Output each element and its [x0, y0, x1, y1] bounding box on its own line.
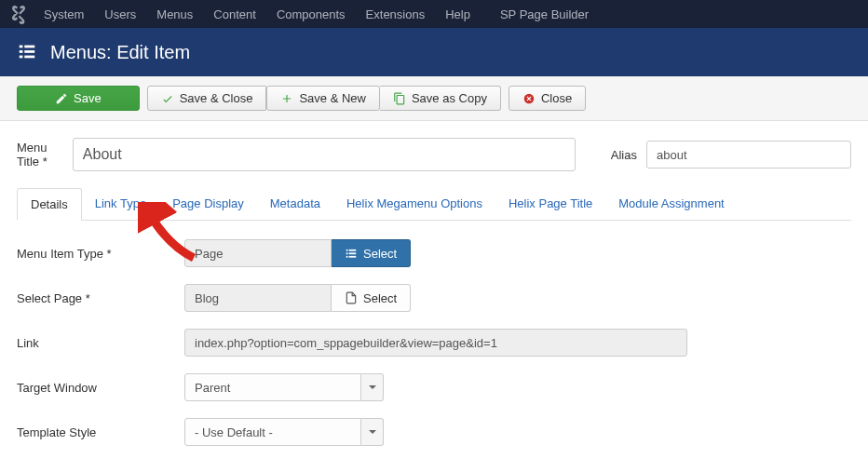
menu-item-type-select-button[interactable]: Select [332, 239, 411, 267]
template-style-label: Template Style [17, 425, 184, 439]
alias-label: Alias [611, 148, 637, 162]
svg-rect-5 [24, 55, 34, 58]
svg-rect-11 [346, 256, 348, 258]
target-window-label: Target Window [17, 381, 184, 395]
close-button[interactable]: Close [509, 86, 586, 111]
svg-rect-7 [346, 249, 348, 251]
select-page-button[interactable]: Select [332, 284, 411, 312]
svg-rect-12 [349, 256, 357, 258]
menu-item-type-row: Menu Item Type * Select [17, 239, 851, 267]
nav-menus[interactable]: Menus [156, 7, 193, 21]
select-page-row: Select Page * Select [17, 284, 851, 312]
tab-page-display[interactable]: Page Display [159, 188, 257, 220]
top-nav: System Users Menus Content Components Ex… [0, 0, 868, 28]
title-row: Menu Title * Alias [17, 138, 851, 171]
target-window-value: Parent [184, 373, 361, 401]
link-row: Link [17, 329, 851, 357]
target-window-row: Target Window Parent [17, 373, 851, 401]
svg-rect-1 [24, 45, 34, 47]
link-value [184, 329, 687, 357]
tab-helix-page-title[interactable]: Helix Page Title [495, 188, 605, 220]
save-new-button[interactable]: Save & New [266, 86, 380, 111]
nav-components[interactable]: Components [277, 7, 346, 21]
nav-system[interactable]: System [44, 7, 84, 21]
page-title: Menus: Edit Item [50, 42, 190, 63]
svg-rect-0 [20, 45, 23, 47]
nav-help[interactable]: Help [445, 7, 470, 21]
page-header: Menus: Edit Item [0, 28, 868, 76]
tab-helix-megamenu[interactable]: Helix Megamenu Options [333, 188, 495, 220]
file-icon [345, 291, 358, 304]
nav-extensions[interactable]: Extensions [366, 7, 426, 21]
list-icon [345, 247, 358, 260]
svg-rect-8 [349, 249, 357, 251]
tab-bar: Details Link Type Page Display Metadata … [17, 188, 851, 221]
select-page-label: Select Page * [17, 291, 184, 305]
svg-rect-4 [20, 55, 23, 58]
select-label: Select [363, 291, 397, 305]
save-label: Save [74, 91, 102, 105]
menu-item-type-value [184, 239, 332, 267]
save-copy-label: Save as Copy [412, 91, 487, 105]
target-window-select[interactable]: Parent [184, 373, 384, 401]
toolbar: Save Save & Close Save & New Save as Cop… [0, 76, 868, 121]
svg-rect-3 [24, 50, 34, 53]
template-style-row: Template Style - Use Default - [17, 418, 851, 446]
list-icon [17, 41, 37, 64]
chevron-down-icon[interactable] [361, 373, 384, 401]
menu-title-label: Menu Title * [17, 141, 63, 169]
save-close-button[interactable]: Save & Close [147, 86, 267, 111]
chevron-down-icon[interactable] [361, 418, 384, 446]
copy-icon [393, 92, 406, 105]
joomla-logo-icon [7, 3, 30, 25]
check-icon [161, 92, 174, 105]
menu-title-input[interactable] [73, 138, 576, 171]
cancel-icon [522, 92, 536, 105]
template-style-select[interactable]: - Use Default - [184, 418, 384, 446]
alias-input[interactable] [646, 141, 851, 169]
svg-rect-10 [349, 252, 357, 254]
tab-link-type[interactable]: Link Type [82, 188, 159, 220]
nav-content[interactable]: Content [213, 7, 256, 21]
nav-sp-page-builder[interactable]: SP Page Builder [500, 7, 589, 21]
tab-metadata[interactable]: Metadata [257, 188, 333, 220]
select-label: Select [363, 247, 397, 261]
tab-module-assignment[interactable]: Module Assignment [605, 188, 737, 220]
close-label: Close [541, 91, 572, 105]
form-area: Menu Title * Alias Details Link Type Pag… [0, 121, 868, 472]
tab-details[interactable]: Details [17, 188, 82, 221]
template-style-value: - Use Default - [184, 418, 361, 446]
svg-rect-2 [20, 50, 23, 53]
select-page-value [184, 284, 332, 312]
svg-rect-9 [346, 252, 348, 254]
menu-item-type-label: Menu Item Type * [17, 247, 184, 261]
apply-icon [55, 92, 68, 105]
plus-icon [280, 92, 293, 105]
save-copy-button[interactable]: Save as Copy [380, 86, 501, 111]
save-button[interactable]: Save [17, 86, 140, 111]
link-label: Link [17, 336, 184, 350]
save-new-label: Save & New [299, 91, 366, 105]
nav-users[interactable]: Users [104, 7, 136, 21]
save-close-label: Save & Close [180, 91, 253, 105]
